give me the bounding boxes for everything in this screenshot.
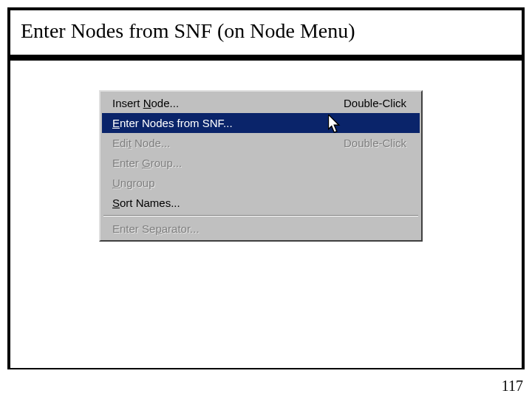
slide-title: Enter Nodes from SNF (on Node Menu) [10, 10, 522, 61]
context-menu: Insert Node... Double-Click Enter Nodes … [99, 90, 423, 242]
menu-item-enter-nodes-from-snf[interactable]: Enter Nodes from SNF... [102, 113, 420, 133]
menu-item-shortcut: Double-Click [344, 136, 406, 150]
menu-item-label: Ungroup [112, 176, 155, 190]
menu-item-label: Enter Group... [112, 156, 182, 170]
page-number: 117 [502, 378, 523, 395]
menu-item-label: Sort Names... [112, 196, 180, 210]
menu-item-label: Insert Node... [112, 96, 179, 110]
menu-separator [103, 215, 418, 216]
menu-item-edit-node: Edit Node... Double-Click [102, 133, 420, 153]
menu-item-ungroup: Ungroup [102, 173, 420, 193]
menu-item-enter-group: Enter Group... [102, 153, 420, 173]
page-root: Enter Nodes from SNF (on Node Menu) Inse… [0, 0, 532, 399]
menu-item-label: Enter Separator... [112, 222, 200, 236]
slide-frame: Enter Nodes from SNF (on Node Menu) Inse… [7, 7, 525, 369]
menu-item-shortcut: Double-Click [344, 96, 406, 110]
menu-item-enter-separator: Enter Separator... [102, 219, 420, 239]
menu-item-label: Edit Node... [112, 136, 170, 150]
menu-item-insert-node[interactable]: Insert Node... Double-Click [102, 93, 420, 113]
slide-content: Insert Node... Double-Click Enter Nodes … [10, 61, 522, 368]
menu-item-sort-names[interactable]: Sort Names... [102, 193, 420, 213]
menu-item-label: Enter Nodes from SNF... [112, 116, 233, 130]
